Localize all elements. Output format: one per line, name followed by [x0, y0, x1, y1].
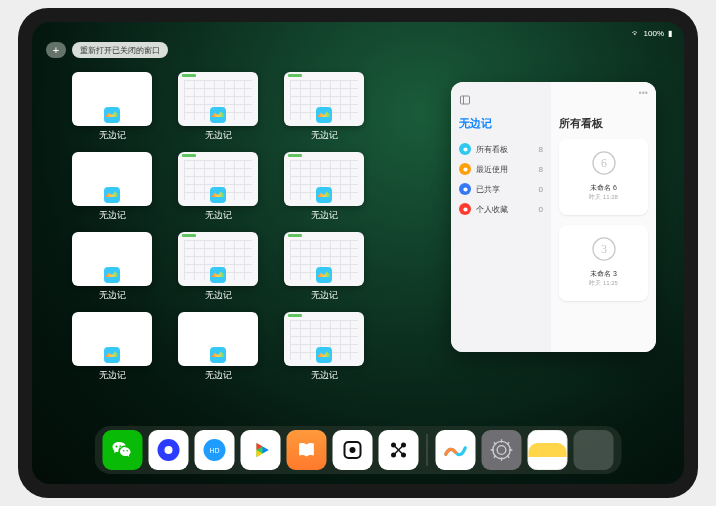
thumbnail-label: 无边记 — [99, 209, 126, 222]
window-thumbnail[interactable]: 无边记 — [284, 232, 364, 304]
dock-freeform-icon[interactable] — [436, 430, 476, 470]
board-time: 昨天 11:28 — [589, 193, 618, 202]
content-title: 所有看板 — [559, 116, 648, 131]
freeform-app-icon — [104, 347, 120, 363]
thumbnail-preview — [284, 72, 364, 126]
window-thumbnail[interactable]: 无边记 — [178, 72, 258, 144]
category-icon — [459, 163, 471, 175]
floating-app-window[interactable]: 无边记 所有看板8最近使用8已共享0个人收藏0 ••• 所有看板 6未命名 6昨… — [451, 82, 656, 352]
dock-separator — [427, 434, 428, 466]
freeform-app-icon — [210, 347, 226, 363]
new-window-button[interactable]: + — [46, 42, 66, 58]
svg-point-5 — [463, 207, 467, 211]
thumbnail-preview — [284, 152, 364, 206]
dock-browser2-icon[interactable]: HD — [195, 430, 235, 470]
svg-line-23 — [507, 455, 509, 457]
thumbnail-preview — [72, 232, 152, 286]
battery-icon: ▮ — [668, 29, 672, 38]
freeform-app-icon — [316, 107, 332, 123]
board-card[interactable]: 3未命名 3昨天 11:25 — [559, 225, 648, 301]
sidebar-item-label: 个人收藏 — [476, 204, 508, 215]
board-card[interactable]: 6未命名 6昨天 11:28 — [559, 139, 648, 215]
freeform-app-icon — [316, 267, 332, 283]
thumbnail-preview — [284, 232, 364, 286]
board-time: 昨天 11:25 — [589, 279, 618, 288]
window-thumbnail[interactable]: 无边记 — [178, 152, 258, 224]
svg-line-25 — [507, 442, 509, 444]
sidebar-item[interactable]: 最近使用8 — [459, 159, 543, 179]
window-thumbnail[interactable]: 无边记 — [72, 152, 152, 224]
freeform-app-icon — [210, 187, 226, 203]
dock-books-icon[interactable] — [287, 430, 327, 470]
thumbnail-preview — [178, 312, 258, 366]
sidebar-item-count: 0 — [539, 185, 543, 194]
svg-line-22 — [494, 442, 496, 444]
freeform-app-icon — [316, 347, 332, 363]
dock-video-icon[interactable] — [241, 430, 281, 470]
svg-point-3 — [463, 167, 467, 171]
category-icon — [459, 183, 471, 195]
sidebar-item-label: 所有看板 — [476, 144, 508, 155]
floating-sidebar: 无边记 所有看板8最近使用8已共享0个人收藏0 — [451, 82, 551, 352]
top-controls: + 重新打开已关闭的窗口 — [46, 42, 168, 58]
svg-point-17 — [497, 446, 506, 455]
window-thumbnails-grid: 无边记无边记无边记无边记无边记无边记无边记无边记无边记无边记无边记无边记 — [72, 72, 470, 384]
board-name: 未命名 3 — [590, 269, 617, 279]
window-thumbnail[interactable]: 无边记 — [72, 232, 152, 304]
window-thumbnail[interactable]: 无边记 — [284, 312, 364, 384]
thumbnail-preview — [72, 72, 152, 126]
ipad-device: ᯤ 100% ▮ + 重新打开已关闭的窗口 无边记无边记无边记无边记无边记无边记… — [18, 8, 698, 498]
window-thumbnail[interactable]: 无边记 — [72, 72, 152, 144]
sidebar-item-label: 最近使用 — [476, 164, 508, 175]
thumbnail-preview — [178, 72, 258, 126]
sidebar-item-count: 8 — [539, 165, 543, 174]
window-thumbnail[interactable]: 无边记 — [284, 152, 364, 224]
dock-notes-icon[interactable] — [528, 430, 568, 470]
window-thumbnail[interactable]: 无边记 — [178, 232, 258, 304]
floating-content: ••• 所有看板 6未命名 6昨天 11:283未命名 3昨天 11:25 — [551, 82, 656, 352]
svg-point-2 — [463, 147, 467, 151]
window-thumbnail[interactable]: 无边记 — [178, 312, 258, 384]
svg-line-24 — [494, 455, 496, 457]
sidebar-item[interactable]: 已共享0 — [459, 179, 543, 199]
dock-browser1-icon[interactable] — [149, 430, 189, 470]
sidebar-toggle-icon[interactable] — [459, 94, 471, 106]
wifi-icon: ᯤ — [632, 29, 640, 38]
freeform-app-icon — [104, 107, 120, 123]
board-preview: 3 — [584, 229, 624, 269]
thumbnail-label: 无边记 — [205, 369, 232, 382]
sidebar-item-count: 8 — [539, 145, 543, 154]
dock: HD — [95, 426, 622, 474]
sidebar-item[interactable]: 所有看板8 — [459, 139, 543, 159]
sidebar-item[interactable]: 个人收藏0 — [459, 199, 543, 219]
thumbnail-label: 无边记 — [99, 129, 126, 142]
sidebar-title: 无边记 — [459, 116, 543, 131]
board-preview: 6 — [584, 143, 624, 183]
thumbnail-label: 无边记 — [205, 129, 232, 142]
dock-app2-icon[interactable] — [379, 430, 419, 470]
plus-icon: + — [53, 44, 59, 56]
freeform-app-icon — [316, 187, 332, 203]
window-thumbnail[interactable]: 无边记 — [72, 312, 152, 384]
thumbnail-preview — [72, 312, 152, 366]
category-icon — [459, 203, 471, 215]
reopen-closed-window-button[interactable]: 重新打开已关闭的窗口 — [72, 42, 168, 58]
more-icon[interactable]: ••• — [639, 88, 648, 98]
sidebar-item-count: 0 — [539, 205, 543, 214]
dock-recent-apps[interactable] — [574, 430, 614, 470]
sidebar-item-label: 已共享 — [476, 184, 500, 195]
thumbnail-label: 无边记 — [311, 369, 338, 382]
thumbnail-preview — [72, 152, 152, 206]
thumbnail-label: 无边记 — [99, 369, 126, 382]
thumbnail-label: 无边记 — [311, 289, 338, 302]
window-thumbnail[interactable]: 无边记 — [284, 72, 364, 144]
dock-app1-icon[interactable] — [333, 430, 373, 470]
thumbnail-label: 无边记 — [99, 289, 126, 302]
thumbnail-preview — [284, 312, 364, 366]
svg-rect-0 — [461, 96, 470, 104]
board-name: 未命名 6 — [590, 183, 617, 193]
dock-wechat-icon[interactable] — [103, 430, 143, 470]
reopen-label: 重新打开已关闭的窗口 — [80, 45, 160, 56]
dock-settings-icon[interactable] — [482, 430, 522, 470]
thumbnail-label: 无边记 — [311, 209, 338, 222]
